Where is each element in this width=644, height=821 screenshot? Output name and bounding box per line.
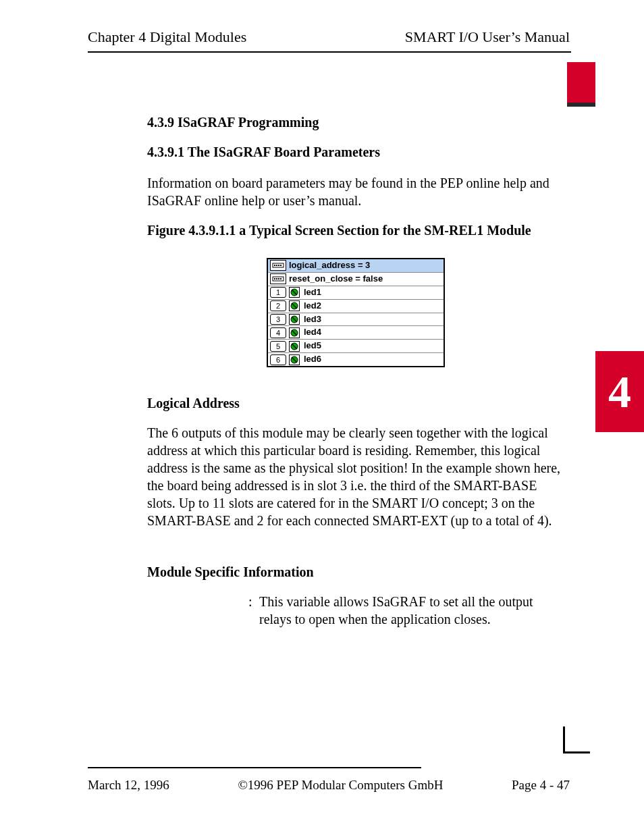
signal-row[interactable]: 2 led2 [268,299,444,313]
led-icon [289,287,300,298]
footer-date: March 12, 1996 [88,778,169,793]
crop-mark-icon [563,726,590,753]
led-icon [289,341,300,352]
chip-icon [270,273,286,284]
param-label: logical_address = 3 [289,260,370,271]
footer-copyright: ©1996 PEP Modular Computers GmbH [238,778,443,793]
signal-row[interactable]: 5 led5 [268,339,444,352]
svg-rect-6 [274,278,275,280]
logical-address-paragraph: The 6 outputs of this module may be clea… [147,424,564,529]
signal-row[interactable]: 1 led1 [268,286,444,299]
description-text: This variable allows ISaGRAF to set all … [259,593,564,628]
svg-rect-3 [278,265,279,266]
svg-rect-7 [276,278,277,280]
running-head: Chapter 4 Digital Modules SMART I/O User… [88,28,571,46]
heading-logical-address: Logical Address [147,394,564,412]
signal-name: led5 [302,340,321,352]
svg-rect-9 [280,278,281,280]
svg-rect-8 [278,278,279,280]
figure: logical_address = 3 reset_on_close = fal… [147,258,564,367]
chapter-tab: 4 [595,351,644,432]
led-icon [289,354,300,365]
footer: March 12, 1996 ©1996 PEP Modular Compute… [88,778,570,793]
led-icon [289,300,300,311]
signal-index: 5 [270,341,286,352]
running-head-left: Chapter 4 Digital Modules [88,28,246,46]
page: Chapter 4 Digital Modules SMART I/O User… [0,0,644,821]
signal-row[interactable]: 3 led3 [268,313,444,326]
signal-name: led3 [302,314,321,325]
signal-index: 1 [270,287,286,298]
signal-name: led6 [302,354,321,365]
svg-rect-4 [280,265,281,266]
board-parameters-panel: logical_address = 3 reset_on_close = fal… [267,258,445,367]
signal-row[interactable]: 4 led4 [268,325,444,339]
intro-paragraph: Information on board parameters may be f… [147,174,564,209]
body: 4.3.9 ISaGRAF Programming 4.3.9.1 The IS… [88,53,571,628]
footer-page: Page 4 - 47 [512,778,570,793]
signal-name: led1 [302,287,321,298]
heading-module-specific: Module Specific Information [147,563,564,581]
signal-index: 4 [270,327,286,338]
param-label: reset_on_close = false [289,273,383,285]
signal-index: 6 [270,354,286,365]
signal-index: 2 [270,300,286,311]
corner-tab-icon [567,62,595,123]
signal-name: led2 [302,300,321,312]
param-row-logical-address[interactable]: logical_address = 3 [268,259,444,272]
led-icon [289,314,300,325]
reset-on-close-description: : This variable allows ISaGRAF to set al… [147,593,564,628]
signal-name: led4 [302,327,321,338]
figure-caption: Figure 4.3.9.1.1 a Typical Screen Sectio… [147,221,564,239]
led-icon [289,327,300,338]
footer-rule [88,767,421,768]
heading-4-3-9-1: 4.3.9.1 The ISaGRAF Board Parameters [147,143,564,161]
heading-4-3-9: 4.3.9 ISaGRAF Programming [147,113,564,131]
param-row-reset-on-close[interactable]: reset_on_close = false [268,272,444,286]
signal-index: 3 [270,314,286,325]
signal-row[interactable]: 6 led6 [268,352,444,366]
chip-icon [270,260,286,271]
svg-rect-1 [274,265,275,266]
svg-rect-2 [276,265,277,266]
running-head-right: SMART I/O User’s Manual [405,28,570,46]
colon: : [248,593,259,628]
